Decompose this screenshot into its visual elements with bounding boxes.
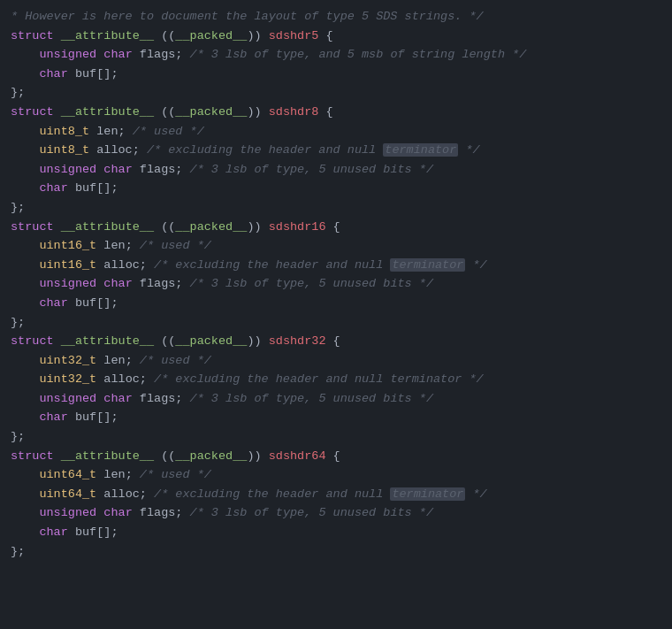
token: __attribute__ — [61, 105, 154, 119]
token: }; — [11, 316, 25, 329]
token — [11, 354, 39, 367]
code-line: uint16_t alloc; /* excluding the header … — [11, 256, 661, 275]
token: char — [103, 506, 140, 519]
token: ; — [175, 506, 189, 519]
token: flags — [140, 506, 176, 519]
token: )) — [247, 334, 268, 348]
token: buf[] — [75, 296, 111, 310]
token: /* 3 lsb of type, 5 unused bits */ — [190, 277, 433, 290]
token: { — [318, 105, 332, 119]
token: ; — [126, 354, 140, 367]
token: unsigned — [39, 277, 103, 290]
token: unsigned — [39, 48, 103, 61]
token: ; — [140, 372, 154, 386]
token: (( — [154, 220, 175, 234]
token: __packed__ — [175, 105, 247, 119]
code-line: char buf[]; — [11, 179, 661, 198]
token: }; — [11, 545, 25, 558]
token: terminator — [390, 487, 465, 501]
code-line: struct __attribute__ ((__packed__)) sdsh… — [11, 332, 661, 351]
token — [11, 277, 39, 290]
token — [11, 125, 39, 138]
token: char — [103, 392, 140, 405]
token: { — [326, 334, 340, 348]
token: */ — [465, 487, 486, 501]
token: __packed__ — [175, 220, 247, 234]
code-line: uint64_t alloc; /* excluding the header … — [11, 485, 661, 504]
token: len — [103, 468, 125, 481]
token: /* used */ — [140, 468, 211, 481]
token: )) — [247, 105, 268, 119]
token: sdshdr32 — [269, 334, 326, 348]
token: char — [103, 163, 140, 176]
code-line: struct __attribute__ ((__packed__)) sdsh… — [11, 447, 661, 466]
token: /* excluding the header and null termina… — [154, 372, 484, 386]
token: unsigned — [39, 163, 103, 176]
code-line: char buf[]; — [11, 65, 661, 84]
token: buf[] — [75, 181, 111, 195]
code-line: uint32_t len; /* used */ — [11, 351, 661, 371]
token: sdshdr5 — [269, 29, 319, 42]
token: ; — [175, 392, 189, 405]
token: flags — [140, 277, 176, 290]
token: }; — [11, 201, 25, 214]
token: uint16_t — [39, 239, 103, 252]
token: /* 3 lsb of type, and 5 msb of string le… — [190, 48, 527, 61]
token: terminator — [383, 143, 458, 157]
token — [11, 487, 39, 501]
token: ; — [140, 258, 154, 272]
token: __attribute__ — [61, 220, 154, 234]
token — [11, 392, 39, 405]
token — [11, 525, 39, 539]
token: sdshdr8 — [269, 105, 319, 119]
token: char — [39, 181, 75, 195]
code-line: uint64_t len; /* used */ — [11, 465, 661, 485]
token: ; — [118, 125, 133, 138]
token: ; — [175, 163, 189, 176]
token: __attribute__ — [61, 449, 154, 463]
token: len — [103, 239, 125, 252]
token: uint8_t — [39, 125, 96, 138]
token — [11, 181, 39, 195]
code-line: unsigned char flags; /* 3 lsb of type, a… — [11, 45, 661, 65]
token — [11, 296, 39, 310]
token: ; — [175, 277, 189, 290]
token: flags — [140, 163, 176, 176]
token — [11, 410, 39, 424]
code-line: struct __attribute__ ((__packed__)) sdsh… — [11, 27, 661, 46]
token — [11, 506, 39, 519]
token: struct — [11, 449, 61, 463]
token: /* used */ — [133, 125, 204, 138]
token: char — [39, 525, 75, 539]
token — [11, 163, 39, 176]
token: * However is here to document the layout… — [11, 10, 484, 23]
token: __packed__ — [175, 29, 247, 42]
token: (( — [154, 449, 175, 463]
token: { — [326, 220, 340, 234]
token: uint64_t — [39, 487, 103, 501]
token: ; — [111, 296, 118, 310]
token: /* excluding the header and null — [147, 143, 383, 157]
code-line: char buf[]; — [11, 294, 661, 313]
token: uint64_t — [39, 468, 103, 481]
token: len — [103, 354, 125, 367]
token — [11, 67, 39, 81]
token: )) — [247, 220, 268, 234]
token: uint32_t — [39, 372, 103, 386]
token: char — [39, 296, 75, 310]
token: ; — [111, 67, 118, 81]
token: struct — [11, 105, 61, 119]
token: alloc — [103, 372, 140, 386]
token: /* 3 lsb of type, 5 unused bits */ — [190, 506, 433, 519]
token: */ — [458, 143, 479, 157]
code-line: unsigned char flags; /* 3 lsb of type, 5… — [11, 503, 661, 523]
token: (( — [154, 334, 175, 348]
token: ; — [133, 143, 147, 157]
token: __attribute__ — [61, 334, 154, 348]
token: ; — [140, 487, 154, 501]
code-line: char buf[]; — [11, 408, 661, 427]
token: len — [96, 125, 118, 138]
token: }; — [11, 430, 25, 443]
token: char — [103, 48, 140, 61]
token — [11, 468, 39, 481]
